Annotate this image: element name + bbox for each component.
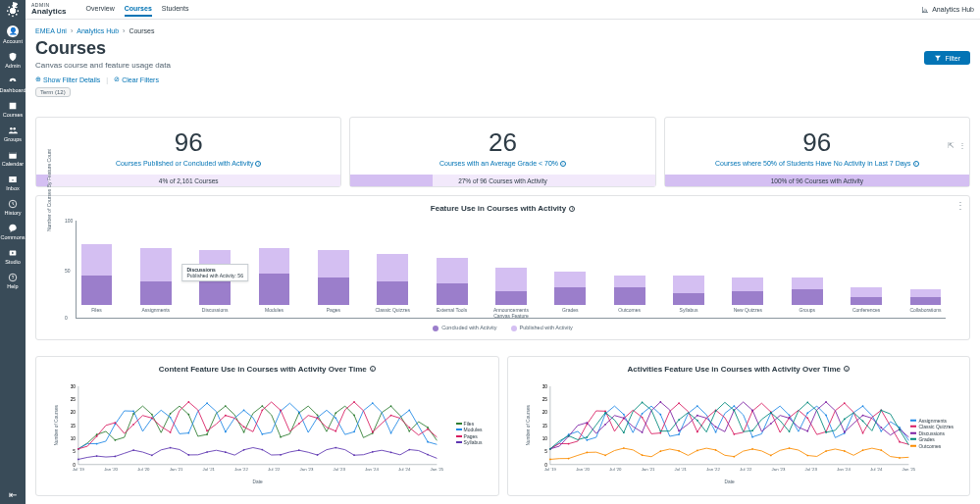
- info-icon[interactable]: i: [560, 161, 566, 167]
- bar-pages[interactable]: Pages: [313, 250, 353, 318]
- svg-point-59: [427, 427, 429, 428]
- kpi-label[interactable]: Courses with an Average Grade < 70%i: [350, 160, 654, 167]
- svg-point-90: [261, 409, 263, 411]
- svg-point-206: [604, 411, 606, 413]
- svg-point-107: [206, 451, 208, 453]
- tab-students[interactable]: Students: [162, 2, 189, 17]
- svg-text:30: 30: [542, 383, 547, 388]
- filter-chip-term[interactable]: Term (12): [35, 87, 71, 97]
- kpi-value: 96: [665, 127, 969, 158]
- svg-point-154: [751, 435, 753, 437]
- svg-point-161: [880, 429, 882, 431]
- bar-modules[interactable]: Modules: [254, 248, 294, 318]
- line-chart-area[interactable]: 051015202530Number of CoursesJul '19Jan …: [50, 379, 485, 487]
- svg-point-93: [317, 417, 319, 419]
- nav-admin[interactable]: Admin: [0, 48, 26, 73]
- svg-point-149: [659, 413, 661, 415]
- tab-courses[interactable]: Courses: [125, 2, 152, 17]
- top-nav: Overview Courses Students: [86, 2, 189, 17]
- svg-point-45: [170, 413, 172, 415]
- kpi-label[interactable]: Courses Published or Concluded with Acti…: [36, 160, 340, 167]
- svg-point-9: [10, 127, 13, 130]
- analytics-hub-link[interactable]: Analytics Hub: [921, 6, 974, 14]
- svg-point-105: [170, 446, 172, 448]
- svg-point-2: [12, 15, 14, 17]
- legend-item: Syllabus: [456, 439, 483, 446]
- bar-classic-quizzes[interactable]: Classic Quizzes: [373, 254, 413, 318]
- nav-dashboard[interactable]: Dashboard: [0, 73, 26, 97]
- nav-commons[interactable]: Commons: [0, 220, 26, 244]
- nav-account[interactable]: 👤Account: [0, 22, 26, 48]
- line-chart-area[interactable]: 051015202530Number of CoursesJul '19Jan …: [522, 379, 956, 487]
- show-filter-details[interactable]: ⊕Show Filter Details: [35, 76, 100, 83]
- svg-text:Date: Date: [253, 479, 263, 484]
- collapse-nav-icon[interactable]: ⇤: [0, 489, 26, 500]
- nav-calendar[interactable]: Calendar: [0, 146, 26, 171]
- svg-text:Jan '23: Jan '23: [300, 467, 314, 472]
- bar-grades[interactable]: Grades: [550, 272, 591, 318]
- kpi-label[interactable]: Courses where 50% of Students Have No Ac…: [665, 160, 969, 167]
- svg-point-237: [806, 454, 808, 456]
- svg-point-3: [7, 10, 9, 12]
- bar-conferences[interactable]: Conferences: [847, 287, 887, 318]
- nav-courses[interactable]: Courses: [0, 97, 26, 122]
- breadcrumb-root[interactable]: EMEA Uni: [35, 27, 67, 34]
- svg-point-152: [714, 430, 716, 432]
- bar-chart-area[interactable]: Number of Courses By Feature Count 100 5…: [76, 221, 946, 319]
- gauge-icon: [8, 76, 18, 86]
- bar-discussions[interactable]: DiscussionsDiscussionsPublished with Act…: [195, 250, 235, 318]
- bar-groups[interactable]: Groups: [787, 277, 827, 318]
- svg-point-96: [372, 430, 374, 432]
- breadcrumb-current: Courses: [129, 27, 154, 34]
- bar-syllabus[interactable]: Syllabus: [669, 276, 709, 318]
- nav-studio[interactable]: Studio: [0, 244, 26, 269]
- svg-point-238: [825, 450, 827, 452]
- svg-text:Number of Courses: Number of Courses: [54, 404, 59, 445]
- activities-over-time-chart: Activities Feature Use in Courses with A…: [507, 356, 971, 496]
- commons-icon: [8, 224, 18, 233]
- tab-overview[interactable]: Overview: [86, 2, 115, 17]
- nav-history[interactable]: History: [0, 195, 26, 220]
- bar-files[interactable]: Files: [77, 244, 117, 318]
- kebab-icon[interactable]: ⋮: [955, 200, 965, 211]
- svg-point-91: [280, 409, 282, 411]
- bar-outcomes[interactable]: Outcomes: [609, 276, 649, 318]
- info-icon[interactable]: i: [913, 161, 919, 167]
- svg-point-164: [567, 442, 569, 444]
- info-icon[interactable]: i: [370, 366, 376, 372]
- plus-icon: ⊕: [35, 76, 41, 83]
- svg-text:25: 25: [542, 397, 547, 402]
- bar-collaborations[interactable]: Collaborations: [905, 289, 946, 318]
- bar-new-quizzes[interactable]: New Quizzes: [728, 277, 768, 318]
- svg-rect-12: [9, 152, 17, 154]
- avatar-icon: 👤: [7, 25, 19, 37]
- info-icon[interactable]: i: [844, 366, 850, 372]
- svg-point-239: [843, 450, 845, 452]
- svg-text:Jul '23: Jul '23: [334, 467, 346, 472]
- svg-point-115: [353, 454, 355, 456]
- nav-inbox[interactable]: Inbox: [0, 171, 26, 195]
- clear-filters[interactable]: ⊘Clear Filters: [114, 76, 159, 83]
- svg-point-69: [243, 409, 245, 411]
- svg-text:Jan '24: Jan '24: [837, 467, 851, 472]
- svg-point-78: [408, 409, 410, 411]
- bar-announcements-canvas-feature[interactable]: Announcements Canvas Feature: [491, 268, 532, 318]
- bar-assignments[interactable]: Assignments: [135, 248, 176, 318]
- svg-point-113: [317, 454, 319, 456]
- nav-help[interactable]: ?Help: [0, 269, 26, 293]
- bar-external-tools[interactable]: External Tools: [432, 258, 472, 318]
- calendar-icon: [8, 150, 18, 160]
- filter-button[interactable]: Filter: [924, 51, 970, 65]
- nav-groups[interactable]: Groups: [0, 122, 26, 146]
- svg-point-68: [225, 430, 227, 432]
- svg-point-84: [151, 417, 153, 419]
- svg-point-180: [861, 431, 863, 433]
- svg-point-201: [880, 427, 882, 428]
- info-icon[interactable]: i: [255, 161, 261, 167]
- breadcrumb-hub[interactable]: Analytics Hub: [77, 27, 119, 34]
- svg-point-157: [806, 412, 808, 414]
- svg-point-179: [843, 402, 845, 404]
- svg-point-195: [769, 423, 771, 425]
- svg-point-106: [187, 454, 189, 456]
- info-icon[interactable]: i: [569, 206, 575, 212]
